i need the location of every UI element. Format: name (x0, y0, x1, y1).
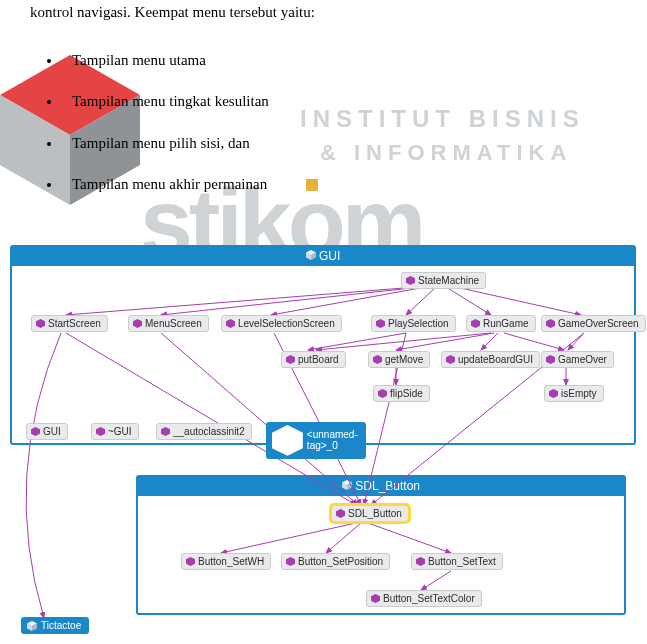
hex-purple-icon (286, 355, 295, 364)
node-rungame[interactable]: RunGame (466, 315, 536, 332)
hex-purple-icon (546, 319, 555, 328)
node-button-setwh[interactable]: Button_SetWH (181, 553, 271, 570)
hex-purple-icon (546, 355, 555, 364)
svg-marker-46 (378, 389, 387, 398)
node-gameover[interactable]: GameOver (541, 351, 614, 368)
node-isempty[interactable]: isEmpty (544, 385, 604, 402)
node-button-settext[interactable]: Button_SetText (411, 553, 503, 570)
svg-marker-47 (549, 389, 558, 398)
cubes-icon (27, 621, 37, 631)
node-button-settextcolor[interactable]: Button_SetTextColor (366, 590, 482, 607)
node-autoclassinit[interactable]: __autoclassinit2 (156, 423, 252, 440)
bullet-item: Tampilan menu utama (72, 52, 206, 68)
hex-purple-icon (416, 557, 425, 566)
hex-purple-icon (549, 389, 558, 398)
cubes-icon (342, 480, 352, 490)
svg-marker-37 (133, 319, 142, 328)
class-diagram: GUI SDL_Button (6, 245, 642, 643)
bullet-item: Tampilan menu akhir permainan (72, 176, 267, 192)
hex-purple-icon (96, 427, 105, 436)
svg-marker-56 (371, 594, 380, 603)
hex-white-icon (272, 425, 303, 456)
panel-gui: GUI (10, 245, 636, 445)
svg-marker-50 (161, 427, 170, 436)
node-dtor-gui[interactable]: ~GUI (91, 423, 139, 440)
hex-purple-icon (161, 427, 170, 436)
hex-purple-icon (133, 319, 142, 328)
svg-marker-41 (546, 319, 555, 328)
intro-text: kontrol navigasi. Keempat menu tersebut … (30, 0, 315, 26)
svg-marker-53 (186, 557, 195, 566)
node-menuscreen[interactable]: MenuScreen (128, 315, 209, 332)
node-getmove[interactable]: getMove (368, 351, 430, 368)
svg-marker-43 (373, 355, 382, 364)
panel-gui-title: GUI (12, 247, 634, 266)
svg-marker-52 (336, 509, 345, 518)
hex-purple-icon (336, 509, 345, 518)
node-startscreen[interactable]: StartScreen (31, 315, 108, 332)
svg-marker-45 (546, 355, 555, 364)
svg-marker-42 (286, 355, 295, 364)
svg-marker-36 (36, 319, 45, 328)
node-sdl-button[interactable]: SDL_Button (331, 505, 409, 522)
hex-purple-icon (378, 389, 387, 398)
node-playselection[interactable]: PlaySelection (371, 315, 456, 332)
bullet-list: Tampilan menu utama Tampilan menu tingka… (62, 48, 315, 198)
hex-purple-icon (406, 276, 415, 285)
svg-marker-35 (406, 276, 415, 285)
svg-marker-55 (416, 557, 425, 566)
hex-purple-icon (31, 427, 40, 436)
svg-marker-44 (446, 355, 455, 364)
cubes-icon (306, 250, 316, 260)
svg-marker-51 (272, 425, 303, 456)
node-putboard[interactable]: putBoard (281, 351, 346, 368)
hex-purple-icon (376, 319, 385, 328)
node-tictactoe[interactable]: Tictactoe (21, 617, 89, 634)
node-unnamed-tag[interactable]: <unnamed-tag>_0 (266, 422, 366, 459)
node-statemachine[interactable]: StateMachine (401, 272, 486, 289)
svg-marker-38 (226, 319, 235, 328)
svg-marker-40 (471, 319, 480, 328)
watermark-line1: INSTITUT BISNIS (300, 105, 585, 133)
node-gameoverscreen[interactable]: GameOverScreen (541, 315, 646, 332)
node-gui[interactable]: GUI (26, 423, 68, 440)
bullet-item: Tampilan menu pilih sisi, dan (72, 135, 250, 151)
bullet-item: Tampilan menu tingkat kesulitan (72, 93, 269, 109)
hex-purple-icon (446, 355, 455, 364)
node-button-setposition[interactable]: Button_SetPosition (281, 553, 390, 570)
hex-purple-icon (371, 594, 380, 603)
node-updateboardgui[interactable]: updateBoardGUI (441, 351, 540, 368)
svg-marker-54 (286, 557, 295, 566)
hex-purple-icon (186, 557, 195, 566)
svg-marker-49 (96, 427, 105, 436)
hex-purple-icon (286, 557, 295, 566)
hex-purple-icon (226, 319, 235, 328)
node-levelselection[interactable]: LevelSelectionScreen (221, 315, 342, 332)
panel-sdl-title: SDL_Button (138, 477, 624, 496)
svg-marker-48 (31, 427, 40, 436)
hex-purple-icon (36, 319, 45, 328)
svg-marker-39 (376, 319, 385, 328)
hex-purple-icon (373, 355, 382, 364)
watermark-line2: & INFORMATIKA (320, 140, 572, 166)
hex-purple-icon (471, 319, 480, 328)
node-flipside[interactable]: flipSide (373, 385, 430, 402)
